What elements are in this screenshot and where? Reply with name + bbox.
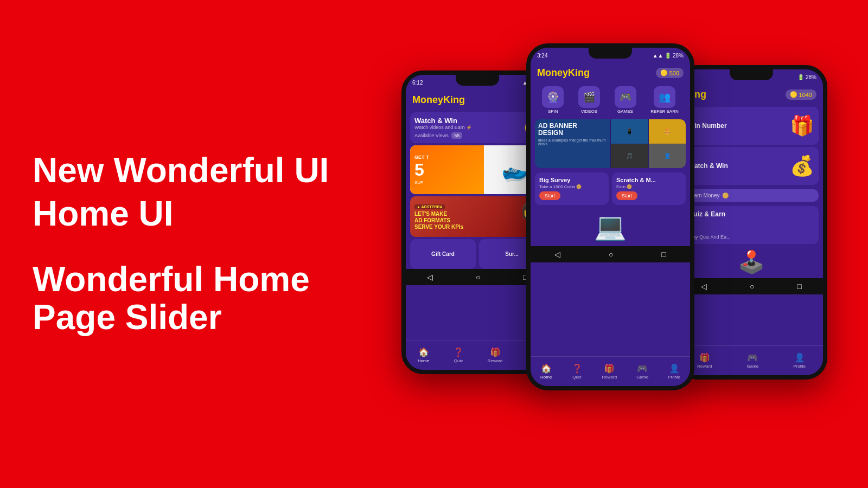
nav-home-left[interactable]: 🏠 Home bbox=[418, 347, 429, 363]
recent-btn-center[interactable]: □ bbox=[661, 250, 666, 259]
phone-center: 3:24 ▲▲ 🔋 28% MoneyKing 🟡 500 🎡 SPIN bbox=[526, 43, 694, 390]
app-logo-left: MoneyKing bbox=[412, 94, 465, 106]
money-bag-icon: 💰 bbox=[790, 155, 814, 177]
quiz-earn-sub: Play Quiz And Ea... bbox=[688, 234, 731, 240]
headline-4: Page Slider bbox=[33, 298, 336, 336]
feature-refer[interactable]: 👥 REFER EARN bbox=[650, 86, 679, 114]
features-row-center: 🎡 SPIN 🎬 VIDEOS 🎮 GAMES 👥 REFER EARN bbox=[531, 83, 690, 117]
home-btn-right[interactable]: ○ bbox=[750, 282, 754, 291]
survey-title: Big Survey bbox=[539, 177, 604, 183]
nav-profile-center[interactable]: 👤 Profile bbox=[668, 363, 680, 380]
back-btn-left[interactable]: ◁ bbox=[427, 273, 433, 281]
headline-1: New Wonderful UI bbox=[33, 151, 336, 189]
cards-grid-center: Big Survey Take a 1000 Coins 🟡 Start Scr… bbox=[531, 170, 690, 207]
recent-btn-right[interactable]: □ bbox=[797, 282, 801, 291]
android-nav-center: ◁ ○ □ bbox=[531, 246, 690, 262]
feature-games[interactable]: 🎮 GAMES bbox=[615, 86, 636, 114]
adsterra-banner[interactable]: ▲ ADSTERRA LET'S MAKE AD FORMATS SERVE Y… bbox=[410, 196, 545, 237]
quiz-icon-left: ❓ bbox=[453, 347, 464, 357]
quiz-earn-card[interactable]: Quiz & Earn Play Quiz And Ea... bbox=[684, 206, 819, 244]
spin-label: SPIN bbox=[548, 109, 558, 114]
watch-win-available: Available Views 55 bbox=[414, 132, 472, 139]
banner-mini-1: 📱 bbox=[611, 119, 648, 144]
earn-money-label: ...arn Money 🟡 bbox=[684, 189, 819, 202]
home-icon-left: 🏠 bbox=[418, 347, 429, 357]
profile-icon-center: 👤 bbox=[669, 363, 680, 374]
phones-container: 6:12 ▲ ▲ 📶 MoneyKing Watch & Win Watch v… bbox=[380, 0, 868, 488]
banner-mini-3: 🎵 bbox=[611, 144, 648, 169]
survey-start-btn[interactable]: Start bbox=[539, 191, 560, 200]
nav-quiz-left[interactable]: ❓ Quiz bbox=[453, 347, 464, 363]
nav-game-center[interactable]: 🎮 Game bbox=[636, 363, 648, 380]
reward-icon-right: 🎁 bbox=[699, 352, 710, 363]
phone-notch-right bbox=[730, 69, 773, 80]
win-number-icon: 🎁 bbox=[790, 114, 814, 137]
game-icon-center: 🎮 bbox=[637, 363, 648, 374]
app-header-center: MoneyKing 🟡 500 bbox=[531, 63, 690, 83]
nav-reward-left[interactable]: 🎁 Reward bbox=[488, 347, 503, 363]
watch-win-title: Watch & Win bbox=[414, 117, 472, 125]
reward-icon-left: 🎁 bbox=[490, 347, 501, 357]
win-number-card[interactable]: Win Number 🎁 bbox=[684, 107, 819, 145]
app-header-right: ...ng 🟡 1040 bbox=[680, 85, 823, 105]
videos-icon: 🎬 bbox=[578, 86, 600, 108]
spin-icon: 🎡 bbox=[542, 86, 564, 108]
watch-win-card[interactable]: Watch & Win Watch videos and Earn ⚡ Avai… bbox=[410, 112, 545, 143]
bottom-nav-right: 🎁 Reward 🎮 Game 👤 Profile bbox=[680, 345, 823, 375]
home-btn-center[interactable]: ○ bbox=[609, 250, 613, 259]
quiz-icon-center: ❓ bbox=[572, 363, 583, 374]
back-btn-right[interactable]: ◁ bbox=[701, 282, 707, 291]
scratch-card[interactable]: Scratch & M... Earn 🟡 Start bbox=[612, 172, 686, 205]
videos-label: VIDEOS bbox=[581, 109, 597, 114]
screen-right: ...ng 🟡 1040 Win Number 🎁 Watch & Win 💰 bbox=[680, 85, 823, 375]
feature-spin[interactable]: 🎡 SPIN bbox=[542, 86, 564, 114]
nav-quiz-center[interactable]: ❓ Quiz bbox=[572, 363, 583, 380]
nav-reward-center[interactable]: 🎁 Reward bbox=[602, 363, 617, 380]
time-left: 6:12 bbox=[412, 80, 423, 86]
nav-game-right[interactable]: 🎮 Game bbox=[747, 352, 759, 369]
app-logo-center: MoneyKing bbox=[537, 67, 590, 79]
screen-center: MoneyKing 🟡 500 🎡 SPIN 🎬 VIDEOS 🎮 bbox=[531, 63, 690, 386]
joystick-graphic: 🕹️ bbox=[680, 246, 823, 278]
adsterra-label: ▲ ADSTERRA bbox=[414, 204, 445, 209]
phone-notch-center bbox=[589, 48, 632, 59]
big-survey-card[interactable]: Big Survey Take a 1000 Coins 🟡 Start bbox=[535, 172, 609, 205]
coin-badge-center: 🟡 500 bbox=[656, 68, 684, 78]
headline-2: Home UI bbox=[33, 195, 336, 233]
left-section: New Wonderful UI Home UI Wonderful Home … bbox=[33, 151, 336, 337]
scratch-title: Scratch & M... bbox=[616, 177, 681, 183]
ad-get-text: GET T bbox=[414, 155, 480, 160]
banner-left-ad: AD BANNER DESIGN ideas & examples that g… bbox=[535, 119, 610, 168]
phone-notch-left bbox=[456, 75, 499, 86]
ad-banner-left[interactable]: GET T 5 SUP 👟 bbox=[410, 145, 545, 194]
banner-right-images: 📱 🍔 🎵 👤 bbox=[611, 119, 686, 168]
gift-card-btn[interactable]: Gift Card bbox=[410, 239, 476, 269]
ad-banner-left-bg: GET T 5 SUP bbox=[410, 145, 484, 194]
earn-money-section: ...arn Money 🟡 bbox=[680, 187, 823, 204]
refer-icon: 👥 bbox=[654, 86, 675, 108]
battery-center: ▲▲ 🔋 28% bbox=[653, 53, 684, 59]
nav-profile-right[interactable]: 👤 Profile bbox=[793, 352, 806, 369]
games-label: GAMES bbox=[617, 109, 633, 114]
refer-label: REFER EARN bbox=[650, 109, 679, 114]
bottom-nav-center: 🏠 Home ❓ Quiz 🎁 Reward 🎮 Game 👤 Pr bbox=[531, 356, 690, 386]
game-icon-right: 🎮 bbox=[747, 352, 758, 363]
center-illustration: 💻 bbox=[531, 207, 690, 246]
android-nav-right: ◁ ○ □ bbox=[680, 278, 823, 294]
home-btn-left[interactable]: ○ bbox=[476, 273, 480, 281]
ad-brand: SUP bbox=[414, 180, 480, 185]
scratch-start-btn[interactable]: Start bbox=[616, 191, 637, 200]
battery-right: 🔋 28% bbox=[797, 74, 816, 80]
scratch-sub: Earn 🟡 bbox=[616, 184, 681, 189]
profile-icon-right: 👤 bbox=[794, 352, 805, 363]
views-count: 55 bbox=[451, 132, 462, 139]
feature-videos[interactable]: 🎬 VIDEOS bbox=[578, 86, 600, 114]
reward-icon-center: 🎁 bbox=[604, 363, 615, 374]
ad-number: 5 bbox=[414, 160, 480, 180]
phone-right: 🔋 28% ...ng 🟡 1040 Win Number 🎁 Wat bbox=[675, 65, 827, 380]
back-btn-center[interactable]: ◁ bbox=[554, 250, 560, 259]
watch-win-card-right[interactable]: Watch & Win 💰 bbox=[684, 147, 819, 185]
nav-home-center[interactable]: 🏠 Home bbox=[540, 363, 552, 380]
home-icon-center: 🏠 bbox=[541, 363, 552, 374]
nav-reward-right[interactable]: 🎁 Reward bbox=[697, 352, 712, 369]
